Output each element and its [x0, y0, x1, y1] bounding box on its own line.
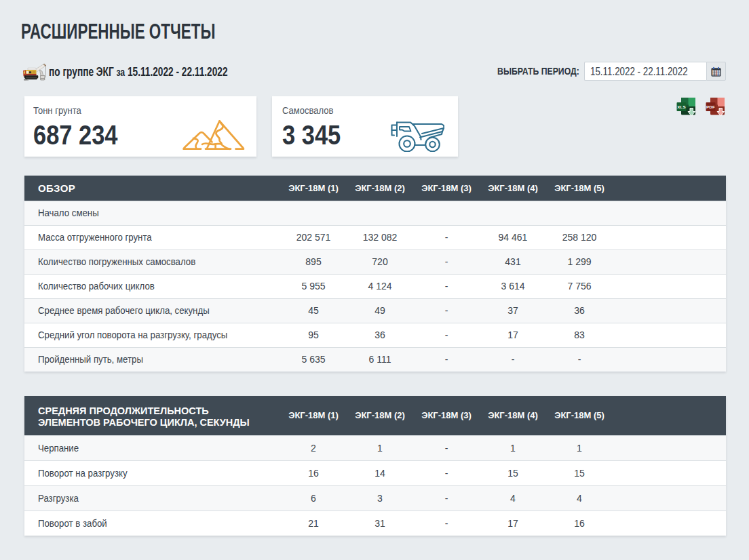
svg-text:XLS: XLS: [677, 104, 686, 109]
svg-text:PDF: PDF: [706, 104, 715, 109]
